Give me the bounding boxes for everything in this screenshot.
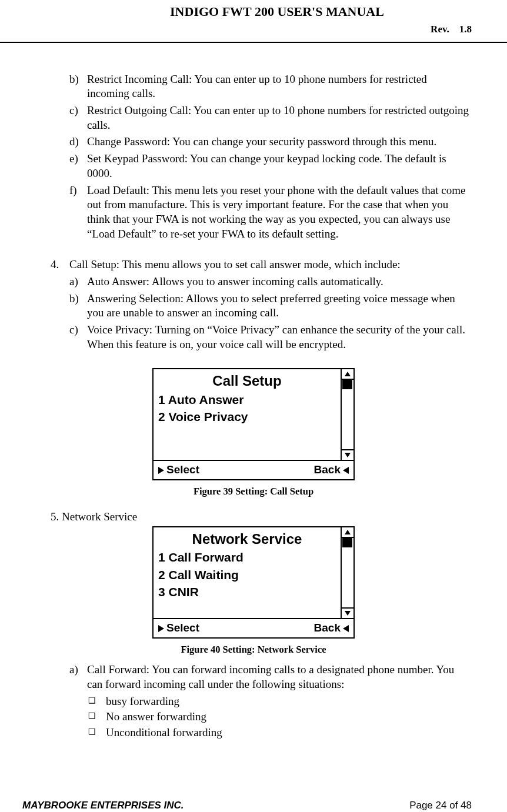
figure-caption: Figure 39 Setting: Call Setup [29, 485, 478, 497]
bullet-icon: ❑ [88, 726, 106, 740]
scroll-track[interactable] [342, 380, 353, 449]
list-marker: c) [69, 323, 87, 352]
section-text: Call Setup: This menu allows you to set … [69, 258, 478, 272]
list-marker: c) [69, 103, 87, 132]
menu-item[interactable]: 2 Voice Privacy [158, 409, 336, 425]
back-softkey[interactable]: Back [314, 463, 349, 477]
scroll-down-icon[interactable] [342, 449, 353, 460]
screen-content: Network Service 1 Call Forward 2 Call Wa… [154, 527, 341, 618]
list-marker: a) [69, 275, 87, 289]
bullet-item: ❑ No answer forwarding [88, 710, 478, 724]
bullet-item: ❑ Unconditional forwarding [88, 726, 478, 740]
triangle-right-icon [158, 467, 164, 474]
bullet-icon: ❑ [88, 694, 106, 709]
figure-caption: Figure 40 Setting: Network Service [29, 643, 478, 656]
phone-screen-call-setup: Call Setup 1 Auto Answer 2 Voice Privacy… [152, 368, 355, 480]
list-text: Call Forward: You can forward incoming c… [87, 663, 478, 691]
triangle-left-icon [343, 625, 349, 632]
screen-content: Call Setup 1 Auto Answer 2 Voice Privacy [154, 369, 341, 460]
page-header: INDIGO FWT 200 USER'S MANUAL Rev. 1.8 [0, 0, 507, 43]
scroll-up-icon[interactable] [342, 369, 353, 380]
section-4: 4. Call Setup: This menu allows you to s… [51, 258, 478, 272]
screen-title: Call Setup [158, 372, 336, 390]
screen-footer: Select Back [154, 619, 353, 637]
scroll-track[interactable] [342, 538, 353, 607]
scrollbar[interactable] [341, 369, 353, 460]
triangle-left-icon [343, 467, 349, 474]
bullet-icon: ❑ [88, 710, 106, 724]
list-marker: d) [69, 135, 87, 149]
scroll-down-icon[interactable] [342, 607, 353, 618]
back-softkey[interactable]: Back [314, 621, 349, 636]
list-item: c) Restrict Outgoing Call: You can enter… [69, 103, 478, 132]
rev-value: 1.8 [459, 24, 472, 35]
revision-line: Rev. 1.8 [35, 23, 472, 36]
triangle-right-icon [158, 625, 164, 632]
menu-item[interactable]: 3 CNIR [158, 584, 336, 600]
section-5: 5. Network Service [51, 510, 478, 524]
screen-footer: Select Back [154, 461, 353, 479]
menu-item[interactable]: 2 Call Waiting [158, 567, 336, 583]
rev-label: Rev. [431, 24, 449, 35]
bullet-text: busy forwarding [106, 694, 179, 709]
section-marker: 4. [51, 258, 69, 272]
list-item: a) Call Forward: You can forward incomin… [69, 663, 478, 691]
menu-item[interactable]: 1 Auto Answer [158, 392, 336, 407]
page-footer: MAYBROOKE ENTERPRISES INC. Page 24 of 48 [0, 799, 507, 812]
menu-item[interactable]: 1 Call Forward [158, 549, 336, 565]
bullet-text: No answer forwarding [106, 710, 206, 724]
list-text: Restrict Incoming Call: You can enter up… [87, 72, 478, 101]
list-marker: e) [69, 152, 87, 181]
list-marker: a) [69, 663, 87, 691]
list-text: Answering Selection: Allows you to selec… [87, 292, 478, 320]
screen-title: Network Service [158, 530, 336, 548]
list-item: b) Answering Selection: Allows you to se… [69, 292, 478, 320]
select-softkey[interactable]: Select [158, 621, 199, 636]
list-item: b) Restrict Incoming Call: You can enter… [69, 72, 478, 101]
list-item: f) Load Default: This menu lets you rese… [69, 183, 478, 242]
manual-title: INDIGO FWT 200 USER'S MANUAL [82, 4, 472, 21]
list-text: Change Password: You can change your sec… [87, 135, 478, 149]
list-text: Restrict Outgoing Call: You can enter up… [87, 103, 478, 132]
scroll-thumb[interactable] [342, 380, 352, 389]
list-text: Auto Answer: Allows you to answer incomi… [87, 275, 478, 289]
select-softkey[interactable]: Select [158, 463, 199, 477]
page-content: b) Restrict Incoming Call: You can enter… [0, 43, 507, 765]
scroll-up-icon[interactable] [342, 527, 353, 538]
list-item: c) Voice Privacy: Turning on “Voice Priv… [69, 323, 478, 352]
list-marker: b) [69, 72, 87, 101]
list-item: e) Set Keypad Password: You can change y… [69, 152, 478, 181]
scroll-thumb[interactable] [342, 538, 352, 547]
footer-page: Page 24 of 48 [409, 799, 472, 812]
scrollbar[interactable] [341, 527, 353, 618]
list-text: Set Keypad Password: You can change your… [87, 152, 478, 181]
list-item: d) Change Password: You can change your … [69, 135, 478, 149]
list-text: Voice Privacy: Turning on “Voice Privacy… [87, 323, 478, 352]
footer-company: MAYBROOKE ENTERPRISES INC. [22, 799, 184, 812]
list-marker: b) [69, 292, 87, 320]
list-item: a) Auto Answer: Allows you to answer inc… [69, 275, 478, 289]
bullet-text: Unconditional forwarding [106, 726, 222, 740]
bullet-item: ❑ busy forwarding [88, 694, 478, 709]
screen-body: Call Setup 1 Auto Answer 2 Voice Privacy [154, 369, 353, 461]
screen-body: Network Service 1 Call Forward 2 Call Wa… [154, 527, 353, 619]
list-text: Load Default: This menu lets you reset y… [87, 183, 478, 242]
phone-screen-network-service: Network Service 1 Call Forward 2 Call Wa… [152, 526, 355, 639]
list-marker: f) [69, 183, 87, 242]
